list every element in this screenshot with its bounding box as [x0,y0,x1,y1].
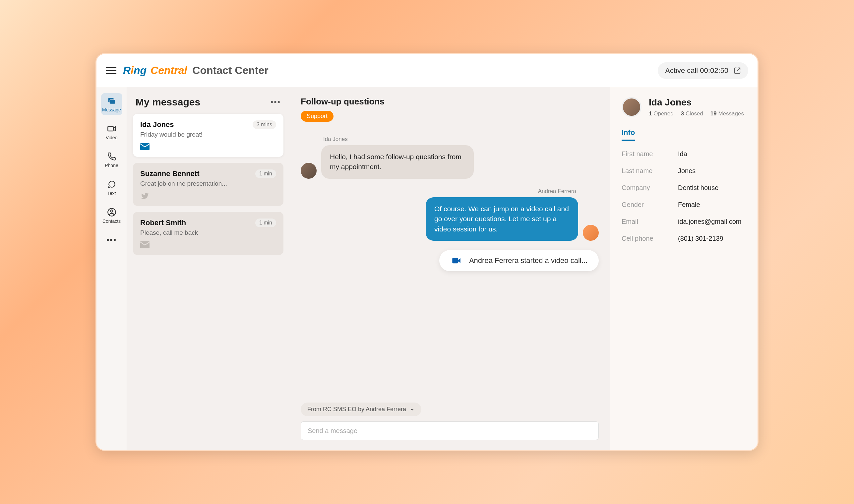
messages-column: My messages ••• Ida Jones 3 mins Friday … [127,87,289,450]
field-value: Dentist house [678,184,719,192]
contact-stats: 1 Opened 3 Closed 19 Messages [649,110,746,117]
nav-video[interactable]: Video [101,121,122,143]
messages-more-icon[interactable]: ••• [271,97,281,107]
nav-contacts[interactable]: Contacts [101,204,122,227]
messages-title: My messages [135,96,200,108]
avatar [583,225,599,241]
field-value: (801) 301-2139 [678,235,723,242]
message-bubble-out: Of course. We can jump on a video call a… [426,197,578,241]
field-label: Company [622,184,678,192]
message-icon [107,96,117,106]
popout-icon [734,67,741,74]
field-last-name: Last name Jones [622,167,746,175]
call-status-text: Active call 00:02:50 [665,66,728,75]
main-body: Message Video Phone Text [96,87,758,450]
message-row: Hello, I had some follow-up questions fr… [301,145,599,179]
message-source[interactable]: From RC SMS EO by Andrea Ferrera [301,402,421,416]
active-call-pill[interactable]: Active call 00:02:50 [658,62,748,79]
message-preview: Please, call me back [140,229,276,236]
video-icon [107,124,117,133]
message-card[interactable]: Robert Smith 1 min Please, call me back [133,212,284,255]
message-sender: Suzanne Bennett [140,169,199,178]
message-sender: Robert Smith [140,218,186,227]
support-tag: Support [301,111,333,122]
field-email: Email ida.jones@gmail.com [622,218,746,226]
message-preview: Great job on the presentation... [140,180,276,187]
more-icon: ••• [107,235,117,245]
messages-header: My messages ••• [133,96,284,108]
header-bar: RingCentral Contact Center Active call 0… [96,54,758,87]
menu-icon[interactable] [106,65,116,76]
chevron-down-icon [410,407,415,412]
field-label: Last name [622,167,678,175]
app-logo: RingCentral Contact Center [123,64,269,77]
nav-label: Phone [105,163,118,168]
contact-name: Ida Jones [649,97,746,108]
info-tab[interactable]: Info [622,128,635,141]
field-label: Cell phone [622,235,678,242]
nav-text[interactable]: Text [101,177,122,199]
video-icon [451,256,462,265]
contact-info-column: Ida Jones 1 Opened 3 Closed 19 Messages … [610,87,758,450]
contacts-icon [107,207,117,217]
nav-phone[interactable]: Phone [101,149,122,171]
nav-label: Message [102,107,121,112]
video-call-notice[interactable]: Andrea Ferrera started a video call... [439,250,599,271]
app-window: RingCentral Contact Center Active call 0… [95,53,759,451]
email-icon [140,241,149,248]
svg-rect-2 [108,126,113,131]
field-company: Company Dentist house [622,184,746,192]
email-icon [140,143,149,150]
nav-more[interactable]: ••• [101,232,122,248]
field-value: Jones [678,167,695,175]
message-time: 1 min [255,218,276,227]
svg-rect-7 [452,258,458,263]
field-label: First name [622,150,678,158]
field-gender: Gender Female [622,201,746,209]
conversation-body: Ida Jones Hello, I had some follow-up qu… [289,128,610,398]
nav-sidebar: Message Video Phone Text [96,87,127,450]
contact-header: Ida Jones 1 Opened 3 Closed 19 Messages [622,97,746,117]
chat-icon [107,179,117,189]
conversation-footer: From RC SMS EO by Andrea Ferrera [289,398,610,450]
message-card[interactable]: Ida Jones 3 mins Friday would be great! [133,114,284,157]
compose-input[interactable] [301,421,599,440]
message-preview: Friday would be great! [140,131,276,138]
svg-rect-1 [110,100,115,104]
field-value: ida.jones@gmail.com [678,218,742,226]
conversation-column: Follow-up questions Support Ida Jones He… [289,87,610,450]
field-first-name: First name Ida [622,150,746,158]
nav-message[interactable]: Message [101,93,122,115]
field-label: Gender [622,201,678,209]
conversation-title: Follow-up questions [301,96,599,107]
field-value: Female [678,201,700,209]
message-time: 1 min [255,169,276,178]
message-bubble-in: Hello, I had some follow-up questions fr… [321,145,474,179]
source-text: From RC SMS EO by Andrea Ferrera [307,406,406,413]
nav-label: Video [106,135,118,140]
sender-label: Andrea Ferrera [301,188,576,195]
message-time: 3 mins [253,120,276,129]
field-value: Ida [678,150,687,158]
contact-fields: First name Ida Last name Jones Company D… [622,150,746,242]
video-notice-text: Andrea Ferrera started a video call... [469,256,587,265]
contact-avatar [622,97,641,117]
conversation-header: Follow-up questions Support [289,87,610,128]
message-row: Of course. We can jump on a video call a… [301,197,599,241]
message-sender: Ida Jones [140,120,174,129]
nav-label: Contacts [103,218,121,224]
twitter-icon [140,192,149,199]
nav-label: Text [107,191,116,196]
field-label: Email [622,218,678,226]
phone-icon [107,151,117,161]
svg-point-4 [110,210,113,212]
message-card[interactable]: Suzanne Bennett 1 min Great job on the p… [133,163,284,206]
avatar [301,163,316,179]
field-cell: Cell phone (801) 301-2139 [622,235,746,242]
sender-label: Ida Jones [323,136,599,143]
